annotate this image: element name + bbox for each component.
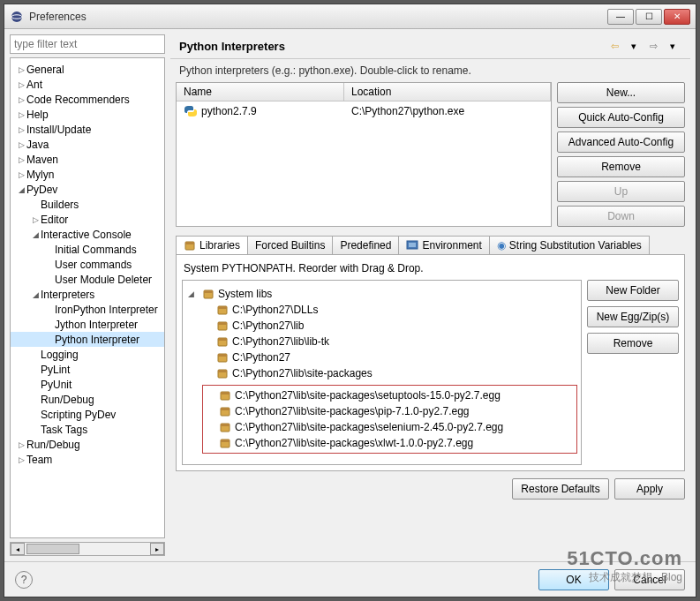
lib-path: C:\Python27\lib\lib-tk [232, 335, 329, 348]
close-button[interactable]: ✕ [664, 9, 690, 25]
down-button[interactable]: Down [557, 206, 685, 227]
back-icon[interactable]: ⇦ [606, 39, 623, 55]
svg-rect-19 [221, 392, 230, 394]
tree-item[interactable]: ▷Maven [11, 152, 164, 167]
tree-item[interactable]: ▷Team [11, 452, 164, 467]
up-button[interactable]: Up [557, 181, 685, 202]
tree-item[interactable]: ▷Help [11, 107, 164, 122]
tree-item[interactable]: Python Interpreter [11, 332, 164, 347]
horizontal-scrollbar[interactable]: ◂ ▸ [10, 542, 165, 556]
tree-item[interactable]: PyUnit [11, 377, 164, 392]
tree-item[interactable]: ▷Mylyn [11, 167, 164, 182]
forward-icon[interactable]: ⇨ [644, 39, 662, 55]
expand-icon[interactable]: ▷ [16, 110, 26, 119]
tree-item[interactable]: ◢Interactive Console [11, 227, 164, 242]
tab-predefined[interactable]: Predefined [332, 236, 399, 254]
filter-input[interactable] [10, 34, 165, 54]
python-icon [184, 104, 198, 118]
libs-root[interactable]: ◢System libs [186, 286, 577, 302]
advanced-auto-config-button[interactable]: Advanced Auto-Config [557, 131, 685, 153]
expand-icon[interactable]: ◢ [30, 290, 41, 299]
expand-icon[interactable]: ▷ [16, 455, 26, 464]
table-row[interactable]: python2.7.9 C:\Python27\python.exe [177, 101, 551, 121]
tree-item[interactable]: ▷Run/Debug [11, 437, 164, 452]
tree-item-label: Install/Update [26, 124, 91, 136]
expand-icon[interactable]: ▷ [16, 440, 26, 449]
tree-item[interactable]: ▷Code Recommenders [11, 92, 164, 107]
lib-item[interactable]: C:\Python27 [186, 349, 577, 365]
new-button[interactable]: New... [557, 82, 685, 103]
nav-tree[interactable]: ▷General▷Ant▷Code Recommenders▷Help▷Inst… [10, 57, 165, 538]
tree-item[interactable]: Jython Interpreter [11, 317, 164, 332]
lib-item[interactable]: C:\Python27\lib\site-packages\selenium-2… [205, 419, 575, 435]
tree-item[interactable]: IronPython Interpreter [11, 302, 164, 317]
scroll-right-icon[interactable]: ▸ [150, 543, 164, 555]
remove-button[interactable]: Remove [557, 156, 685, 177]
tree-item[interactable]: ▷Editor [11, 212, 164, 227]
tree-item[interactable]: ◢PyDev [11, 182, 164, 197]
tree-item[interactable]: User commands [11, 257, 164, 272]
svg-rect-25 [221, 439, 230, 442]
lib-item[interactable]: C:\Python27\lib\site-packages\xlwt-1.0.0… [205, 435, 575, 451]
expand-icon[interactable]: ▷ [30, 215, 41, 224]
scroll-left-icon[interactable]: ◂ [11, 543, 25, 555]
expand-icon[interactable]: ▷ [16, 140, 26, 149]
col-location[interactable]: Location [344, 83, 551, 101]
expand-icon[interactable]: ▷ [16, 125, 26, 134]
titlebar[interactable]: Preferences — ☐ ✕ [4, 4, 696, 29]
expand-icon[interactable]: ▷ [16, 170, 26, 179]
tree-item[interactable]: User Module Deleter [11, 272, 164, 287]
lib-path: C:\Python27\lib\site-packages [232, 367, 373, 379]
tree-item[interactable]: Task Tags [11, 422, 164, 437]
new-folder-button[interactable]: New Folder [587, 280, 679, 301]
tree-item[interactable]: Run/Debug [11, 392, 164, 407]
lib-item[interactable]: C:\Python27\lib [186, 318, 577, 334]
remove-lib-button[interactable]: Remove [587, 333, 679, 354]
expand-icon[interactable]: ◢ [30, 230, 41, 239]
expand-icon[interactable]: ◢ [188, 289, 199, 298]
libs-tree[interactable]: ◢System libsC:\Python27\DLLsC:\Python27\… [182, 280, 582, 465]
expand-icon[interactable]: ▷ [16, 80, 26, 89]
ok-button[interactable]: OK [538, 569, 609, 590]
lib-item[interactable]: C:\Python27\lib\site-packages\pip-7.1.0-… [205, 403, 575, 419]
tree-item[interactable]: Logging [11, 347, 164, 362]
lib-item[interactable]: C:\Python27\lib\lib-tk [186, 334, 577, 349]
lib-item[interactable]: C:\Python27\DLLs [186, 302, 577, 318]
expand-icon[interactable]: ▷ [16, 155, 26, 164]
tree-item-label: Task Tags [41, 424, 87, 436]
sidebar: ▷General▷Ant▷Code Recommenders▷Help▷Inst… [10, 34, 165, 556]
help-icon[interactable]: ? [15, 571, 33, 589]
apply-button[interactable]: Apply [614, 478, 685, 500]
tab-libraries[interactable]: Libraries [176, 236, 248, 254]
quick-auto-config-button[interactable]: Quick Auto-Config [557, 107, 685, 128]
tab-environment[interactable]: Environment [398, 236, 489, 254]
scroll-thumb[interactable] [26, 544, 79, 554]
tree-item[interactable]: Scripting PyDev [11, 407, 164, 422]
tree-item[interactable]: Initial Commands [11, 242, 164, 257]
tree-item[interactable]: ▷Install/Update [11, 122, 164, 137]
minimize-button[interactable]: — [607, 9, 634, 25]
tree-item[interactable]: ▷General [11, 62, 164, 77]
tree-item[interactable]: Builders [11, 197, 164, 212]
tab-forced-builtins[interactable]: Forced Builtins [247, 236, 333, 254]
tree-item[interactable]: PyLint [11, 362, 164, 377]
expand-icon[interactable]: ▷ [16, 65, 26, 74]
tree-item[interactable]: ▷Ant [11, 77, 164, 92]
interpreters-table[interactable]: Name Location python2.7.9 C:\Python27\py… [176, 82, 552, 227]
tree-item[interactable]: ◢Interpreters [11, 287, 164, 302]
forward-menu-icon[interactable]: ▾ [664, 39, 681, 55]
col-name[interactable]: Name [177, 83, 344, 101]
new-egg-button[interactable]: New Egg/Zip(s) [587, 306, 679, 327]
back-menu-icon[interactable]: ▾ [625, 39, 643, 55]
cancel-button[interactable]: Cancel [614, 569, 685, 590]
expand-icon[interactable]: ▷ [16, 95, 26, 104]
tree-item[interactable]: ▷Java [11, 137, 164, 152]
expand-icon[interactable]: ◢ [16, 185, 26, 194]
tree-item-label: PyLint [41, 364, 70, 376]
restore-defaults-button[interactable]: Restore Defaults [512, 478, 609, 500]
lib-item[interactable]: C:\Python27\lib\site-packages\setuptools… [205, 387, 575, 403]
environment-icon [406, 239, 418, 252]
maximize-button[interactable]: ☐ [636, 9, 662, 25]
lib-item[interactable]: C:\Python27\lib\site-packages [186, 365, 577, 381]
tab-string-substitution[interactable]: ◉ String Substitution Variables [489, 236, 650, 254]
